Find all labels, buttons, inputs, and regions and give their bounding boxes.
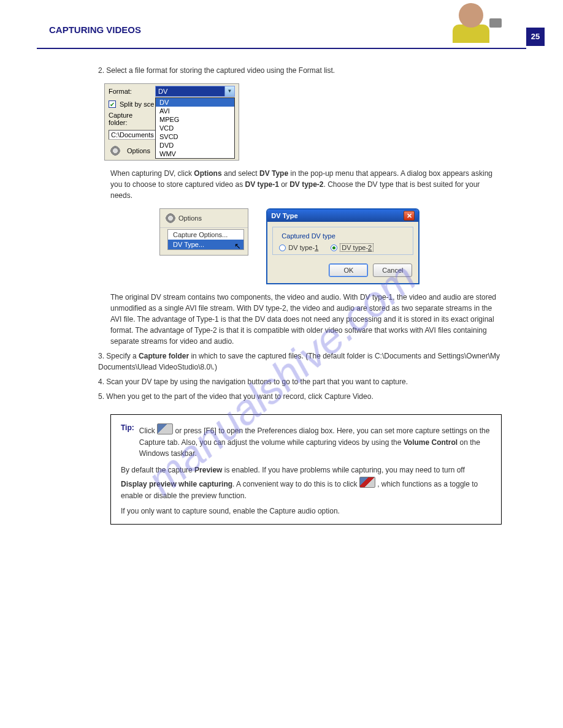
menu-dv-type[interactable]: DV Type...↖ bbox=[168, 240, 243, 249]
format-dropdown-list[interactable]: DV AVI MPEG VCD SVCD DVD WMV bbox=[155, 97, 235, 159]
capture-format-panel: Format: DV ▼ DV AVI MPEG VCD SVCD DVD WM… bbox=[104, 83, 239, 161]
step-3: 3. Specify a Capture folder in which to … bbox=[98, 351, 502, 373]
step-2-text: 2. Select a file format for storing the … bbox=[98, 65, 502, 76]
options-popup-menu: Capture Options... DV Type...↖ bbox=[167, 229, 244, 250]
split-by-scene-checkbox[interactable]: ✔ bbox=[109, 100, 116, 108]
radio-icon bbox=[279, 245, 286, 251]
dialog-title: DV Type bbox=[271, 212, 297, 219]
tip-audio: If you only want to capture sound, enabl… bbox=[121, 506, 491, 517]
split-by-scene-label: Split by sce bbox=[120, 100, 154, 108]
dv-type-explanation: The original DV stream contains two comp… bbox=[110, 292, 502, 347]
preferences-icon bbox=[157, 423, 173, 434]
dialog-close-button[interactable]: ✕ bbox=[404, 211, 415, 221]
cursor-icon: ↖ bbox=[234, 241, 241, 251]
format-option-vcd[interactable]: VCD bbox=[156, 124, 234, 132]
dv-type-note: When capturing DV, click Options and sel… bbox=[110, 168, 502, 201]
step-5: 5. When you get to the part of the video… bbox=[98, 391, 502, 402]
gear-icon bbox=[165, 213, 176, 224]
format-label: Format: bbox=[109, 88, 151, 95]
menu-capture-options[interactable]: Capture Options... bbox=[168, 230, 243, 240]
toggle-preview-icon bbox=[359, 477, 375, 488]
options-menu-header: Options bbox=[160, 209, 248, 228]
format-option-mpeg[interactable]: MPEG bbox=[156, 115, 234, 124]
page-header: CAPTURING VIDEOS 25 bbox=[37, 0, 526, 49]
tip-label: Tip: bbox=[121, 422, 134, 434]
gear-icon bbox=[110, 145, 121, 156]
dv-type-dialog: DV Type ✕ Captured DV type DV type-1 DV … bbox=[266, 208, 419, 284]
options-button[interactable]: Options bbox=[127, 147, 150, 154]
options-menu-panel: Options Capture Options... DV Type...↖ bbox=[159, 208, 248, 256]
format-dropdown[interactable]: DV ▼ bbox=[155, 86, 235, 97]
header-title: CAPTURING VIDEOS bbox=[49, 25, 141, 35]
radio-dv-type-1[interactable]: DV type-1 bbox=[279, 243, 318, 252]
tip-box: Tip: Click or press [F6] to open the Pre… bbox=[110, 414, 502, 525]
radio-icon-selected bbox=[331, 245, 337, 251]
format-dropdown-value: DV bbox=[158, 88, 167, 95]
format-option-avi[interactable]: AVI bbox=[156, 107, 234, 115]
header-decorative-person bbox=[440, 0, 502, 47]
step-4: 4. Scan your DV tape by using the naviga… bbox=[98, 376, 502, 387]
capture-folder-label: Capture folder: bbox=[109, 112, 151, 126]
format-option-svcd[interactable]: SVCD bbox=[156, 132, 234, 141]
format-option-dv[interactable]: DV bbox=[156, 98, 234, 107]
dropdown-arrow-icon[interactable]: ▼ bbox=[224, 86, 234, 96]
page-number: 25 bbox=[526, 28, 545, 46]
options-menu-label: Options bbox=[178, 214, 202, 222]
radio-dv-type-2[interactable]: DV type-2 bbox=[331, 243, 373, 252]
cancel-button[interactable]: Cancel bbox=[373, 264, 412, 277]
ok-button[interactable]: OK bbox=[329, 264, 368, 277]
format-option-dvd[interactable]: DVD bbox=[156, 141, 234, 150]
format-option-wmv[interactable]: WMV bbox=[156, 150, 234, 158]
dialog-group-title: Captured DV type bbox=[279, 232, 337, 240]
